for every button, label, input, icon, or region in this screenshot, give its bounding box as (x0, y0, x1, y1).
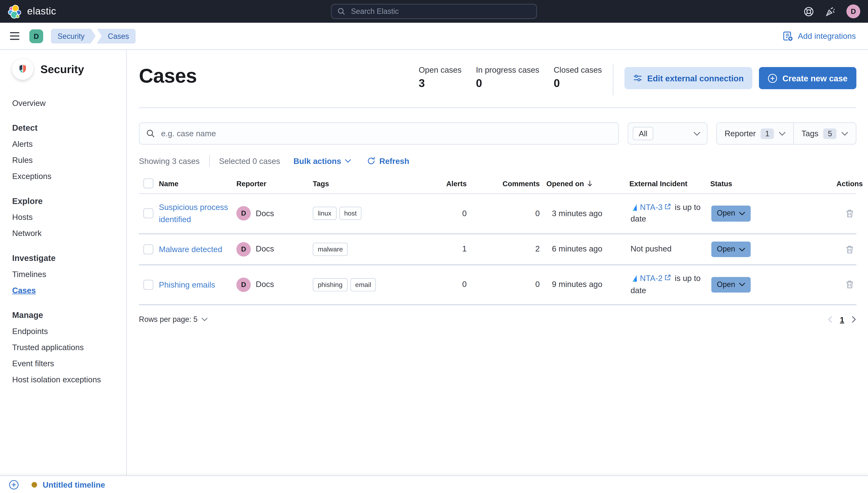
column-header-external-incident[interactable]: External Incident (629, 179, 710, 188)
external-incident-cell: Not pushed (629, 243, 710, 255)
sidebar-item-event-filters[interactable]: Event filters (12, 359, 117, 368)
tags-cell: linuxhost (313, 207, 446, 220)
rows-per-page-button[interactable]: Rows per page: 5 (139, 316, 207, 324)
page-title: Cases (139, 64, 197, 88)
sidebar-item-overview[interactable]: Overview (12, 99, 117, 108)
add-timeline-icon[interactable] (9, 479, 19, 490)
add-integrations-button[interactable]: Add integrations (783, 31, 856, 41)
breadcrumb: SecurityCases (51, 28, 136, 43)
column-header-tags[interactable]: Tags (313, 179, 446, 188)
status-filter-value: All (633, 127, 654, 140)
selected-count: Selected 0 cases (219, 156, 280, 165)
chevron-down-icon (841, 131, 848, 135)
column-header-reporter[interactable]: Reporter (236, 179, 313, 188)
actions-cell (837, 209, 856, 218)
row-checkbox[interactable] (143, 280, 153, 290)
timeline-bar: Untitled timeline (0, 475, 868, 493)
select-all-checkbox[interactable] (143, 178, 153, 188)
row-checkbox[interactable] (143, 244, 153, 254)
case-search[interactable] (139, 123, 619, 145)
edit-external-connection-button[interactable]: Edit external connection (624, 67, 753, 89)
meta-divider (209, 155, 210, 167)
alerts-cell: 1 (446, 243, 473, 255)
previous-page-icon[interactable] (828, 316, 833, 323)
case-name-link[interactable]: Phishing emails (159, 279, 215, 291)
sidebar-section-heading: Explore (12, 196, 117, 206)
global-search-input[interactable] (350, 7, 531, 16)
status-cell: Open (710, 277, 837, 293)
sidebar-item-endpoints[interactable]: Endpoints (12, 327, 117, 336)
column-header-opened-on[interactable]: Opened on (546, 179, 630, 188)
sidebar-item-hosts[interactable]: Hosts (12, 213, 117, 222)
status-badge[interactable]: Open (711, 241, 751, 257)
global-search[interactable] (331, 4, 537, 19)
edit-external-label: Edit external connection (647, 73, 744, 83)
column-header-name[interactable]: Name (159, 179, 236, 188)
status-badge[interactable]: Open (711, 206, 751, 221)
sidebar-item-cases[interactable]: Cases (12, 286, 117, 295)
sidebar-section-heading: Detect (12, 123, 117, 132)
alerts-cell: 0 (446, 279, 473, 291)
sidebar-item-network[interactable]: Network (12, 229, 117, 238)
delete-case-button[interactable] (845, 209, 854, 218)
delete-case-button[interactable] (845, 280, 854, 290)
breadcrumb-item-cases[interactable]: Cases (97, 28, 136, 43)
pagination: 1 (828, 315, 856, 324)
next-page-icon[interactable] (851, 316, 856, 323)
tags-filter-button[interactable]: Tags 5 (794, 123, 856, 144)
opened-on-cell: 6 minutes ago (546, 243, 630, 255)
stats-divider (613, 64, 614, 95)
space-badge[interactable]: D (29, 29, 43, 43)
showing-count: Showing 3 cases (139, 156, 200, 165)
bulk-actions-button[interactable]: Bulk actions (294, 156, 351, 165)
external-incident-link[interactable]: NTA-2 (640, 274, 663, 283)
help-icon[interactable] (803, 6, 814, 17)
case-search-input[interactable] (160, 129, 612, 138)
whats-new-icon[interactable] (825, 6, 836, 17)
menu-icon[interactable] (8, 30, 22, 42)
timeline-status-dot (31, 481, 37, 487)
comments-cell: 2 (473, 243, 546, 255)
case-name-link[interactable]: Malware detected (159, 243, 222, 256)
external-incident-link[interactable]: NTA-3 (640, 202, 663, 211)
refresh-button[interactable]: Refresh (367, 156, 409, 165)
table-row: Phishing emailsDDocsphishingemail009 min… (139, 265, 856, 305)
stat-label: In progress cases (476, 65, 539, 74)
nav-bar: D SecurityCases Add integrations (0, 23, 868, 50)
row-checkbox-cell (139, 244, 159, 254)
column-header-alerts[interactable]: Alerts (446, 179, 473, 188)
case-name-link[interactable]: Suspicious process identified (159, 201, 236, 226)
reporter-filter-button[interactable]: Reporter 1 (717, 123, 793, 144)
create-new-case-button[interactable]: Create new case (759, 67, 856, 89)
sidebar-item-trusted-applications[interactable]: Trusted applications (12, 343, 117, 352)
timeline-label[interactable]: Untitled timeline (43, 480, 105, 489)
page-number[interactable]: 1 (840, 315, 844, 324)
filter-group: Reporter 1 Tags 5 (716, 123, 856, 145)
status-badge[interactable]: Open (711, 277, 751, 293)
table-footer: Rows per page: 5 1 (139, 315, 856, 324)
elastic-logo[interactable]: elastic (8, 4, 56, 19)
chevron-down-icon (739, 247, 745, 251)
user-avatar[interactable]: D (846, 4, 860, 18)
delete-case-button[interactable] (845, 245, 854, 254)
sidebar-item-alerts[interactable]: Alerts (12, 140, 117, 148)
sidebar-item-host-isolation-exceptions[interactable]: Host isolation exceptions (12, 375, 117, 384)
header-actions: D (803, 4, 860, 18)
sidebar-item-exceptions[interactable]: Exceptions (12, 172, 117, 181)
row-checkbox[interactable] (143, 209, 153, 218)
chevron-down-icon (693, 131, 700, 135)
column-header-comments[interactable]: Comments (473, 179, 546, 188)
column-header-status[interactable]: Status (710, 179, 837, 188)
table-meta-row: Showing 3 cases Selected 0 cases Bulk ac… (139, 155, 856, 167)
sidebar: Security OverviewDetectAlertsRulesExcept… (0, 50, 127, 475)
sidebar-item-rules[interactable]: Rules (12, 156, 117, 165)
sidebar-nav: OverviewDetectAlertsRulesExceptionsExplo… (12, 99, 117, 384)
stat-label: Closed cases (554, 65, 602, 74)
row-checkbox-cell (139, 280, 159, 290)
search-icon (146, 129, 155, 138)
table-row: Suspicious process identifiedDDocslinuxh… (139, 194, 856, 234)
status-filter-select[interactable]: All (628, 123, 707, 145)
actions-cell (837, 245, 856, 254)
breadcrumb-item-security[interactable]: Security (51, 28, 96, 43)
sidebar-item-timelines[interactable]: Timelines (12, 270, 117, 279)
